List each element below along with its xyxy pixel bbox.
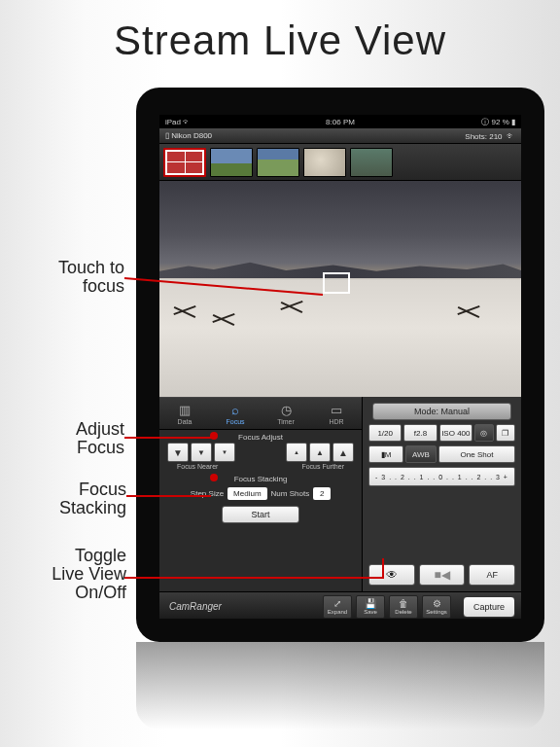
delete-button[interactable]: 🗑Delete: [389, 595, 418, 619]
focus-adjust-label: Focus Adjust: [159, 430, 362, 443]
trash-icon: 🗑: [399, 599, 408, 609]
thumbnail-1[interactable]: [210, 148, 253, 177]
step-size-select[interactable]: Medium: [228, 487, 266, 500]
focus-nearer-med[interactable]: ▼: [191, 443, 212, 462]
thumbnail-strip: [159, 144, 521, 181]
num-shots-input[interactable]: 2: [313, 487, 331, 500]
eye-icon: 👁: [386, 568, 398, 582]
focus-further-med[interactable]: ▲: [309, 443, 331, 462]
metering-icon-button[interactable]: ◎: [474, 424, 494, 442]
save-button[interactable]: 💾Save: [356, 595, 385, 619]
capture-button[interactable]: Capture: [463, 596, 515, 618]
reflection: [136, 642, 544, 729]
focus-icon: ⌕: [231, 403, 239, 417]
drive-mode-button[interactable]: One Shot: [438, 445, 515, 463]
shutter-button[interactable]: 1/20: [368, 424, 402, 442]
focus-nearer-large[interactable]: ▼: [167, 443, 189, 462]
video-icon: ■◀: [434, 568, 449, 582]
video-toggle[interactable]: ■◀: [419, 564, 466, 586]
mode-button[interactable]: Mode: Manual: [372, 403, 511, 420]
ipad-frame: iPad ᯤ 8:06 PM ⓘ 92 % ▮ ▯ Nikon D800 Sho…: [136, 88, 544, 642]
meter-mode-button[interactable]: ▮M: [368, 445, 403, 463]
tab-hdr[interactable]: ▭HDR: [311, 398, 362, 429]
num-shots-label: Num Shots: [271, 489, 310, 498]
focus-nearer-small[interactable]: ▼: [214, 443, 235, 462]
annotation-focus-stacking: Focus Stacking: [29, 480, 126, 517]
start-button[interactable]: Start: [222, 506, 299, 523]
expand-icon: ⤢: [333, 599, 341, 609]
focus-further-large[interactable]: ▲: [332, 443, 354, 462]
page-title: Stream Live View: [0, 18, 560, 64]
expand-button[interactable]: ⤢Expand: [323, 595, 352, 619]
focus-point-box[interactable]: [323, 272, 350, 294]
af-button[interactable]: AF: [469, 564, 515, 586]
app-header: ▯ Nikon D800 Shots: 210 ᯤ: [159, 128, 521, 144]
tab-timer[interactable]: ◷Timer: [261, 398, 311, 429]
timer-icon: ◷: [281, 403, 292, 417]
hdr-icon: ▭: [331, 403, 342, 417]
data-icon: ▥: [179, 403, 191, 417]
annotation-touch-focus: Touch to focus: [18, 259, 124, 296]
thumbnail-4[interactable]: [350, 148, 393, 177]
annotation-toggle-live-view: Toggle Live View On/Off: [6, 547, 126, 602]
focus-stacking-label: Focus Stacking: [159, 472, 362, 484]
wifi-icon: ᯤ: [507, 131, 515, 141]
device-label: iPad ᯤ: [165, 118, 191, 126]
battery-label: ⓘ 92 % ▮: [481, 117, 515, 127]
footer-bar: CamRanger ⤢Expand 💾Save 🗑Delete ⚙Setting…: [159, 591, 521, 619]
shots-counter: Shots: 210: [465, 132, 502, 141]
annotation-adjust-focus: Adjust Focus: [37, 420, 124, 457]
tab-focus[interactable]: ⌕Focus: [210, 398, 261, 429]
focus-further-group: ▲ ▲ ▲: [286, 443, 354, 462]
right-control-panel: Mode: Manual 1/20 f2.8 ISO 400 ◎ ❐ ▮M AW…: [362, 397, 521, 591]
grid-view-button[interactable]: [163, 148, 206, 177]
focus-nearer-label: Focus Nearer: [177, 463, 218, 470]
clock: 8:06 PM: [326, 118, 355, 126]
bracket-icon-button[interactable]: ❐: [496, 424, 515, 442]
thumbnail-3[interactable]: [303, 148, 346, 177]
aperture-button[interactable]: f2.8: [403, 424, 437, 442]
tab-data[interactable]: ▥Data: [159, 398, 210, 429]
wb-button[interactable]: AWB: [405, 445, 437, 463]
exposure-scale[interactable]: - 3 . . 2 . . 1 . . 0 . . 1 . . 2 . . 3 …: [368, 467, 515, 486]
iso-button[interactable]: ISO 400: [439, 424, 472, 442]
step-size-label: Step Size: [191, 489, 224, 498]
focus-further-label: Focus Further: [301, 463, 344, 470]
gear-icon: ⚙: [433, 599, 441, 609]
ios-status-bar: iPad ᯤ 8:06 PM ⓘ 92 % ▮: [159, 115, 521, 128]
live-view-toggle[interactable]: 👁: [368, 564, 415, 586]
camera-model: Nikon D800: [171, 131, 212, 140]
live-view[interactable]: [159, 181, 521, 397]
save-icon: 💾: [365, 599, 376, 609]
focus-nearer-group: ▼ ▼ ▼: [167, 443, 235, 462]
thumbnail-2[interactable]: [257, 148, 299, 177]
brand-label: CamRanger: [169, 601, 222, 612]
tab-bar: ▥Data ⌕Focus ◷Timer ▭HDR: [159, 397, 362, 430]
focus-further-small[interactable]: ▲: [286, 443, 307, 462]
left-control-panel: ▥Data ⌕Focus ◷Timer ▭HDR Focus Adjust ▼ …: [159, 397, 362, 591]
settings-button[interactable]: ⚙Settings: [422, 595, 451, 619]
screen: iPad ᯤ 8:06 PM ⓘ 92 % ▮ ▯ Nikon D800 Sho…: [159, 115, 521, 619]
